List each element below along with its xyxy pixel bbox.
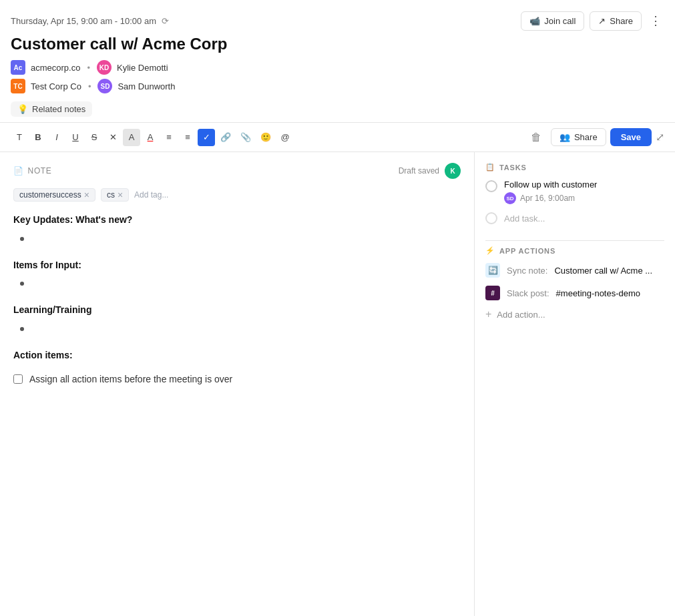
format-underline-button[interactable]: U <box>67 129 84 146</box>
action-item-checkbox[interactable] <box>13 374 23 384</box>
format-mention-button[interactable]: @ <box>276 129 294 146</box>
add-task-label: Add task... <box>504 214 545 224</box>
meeting-date: Thursday, Apr 15, 9:00 am - 10:00 am <box>11 16 156 26</box>
share-panel-icon: 👥 <box>559 132 570 142</box>
attendee-row: Ac acmecorp.co • KD Kylie Demotti <box>11 60 664 75</box>
lightbulb-icon: 💡 <box>17 104 28 114</box>
add-icon: + <box>485 308 491 320</box>
video-icon: 📹 <box>529 16 540 26</box>
draft-user-avatar: K <box>445 163 461 179</box>
slack-label: Slack post: <box>507 288 549 298</box>
format-text-button[interactable]: T <box>11 129 28 146</box>
slack-value: #meeting-notes-demo <box>556 288 640 298</box>
app-action-sync[interactable]: 🔄 Sync note: Customer call w/ Acme ... <box>485 263 664 278</box>
slack-icon: # <box>485 286 500 300</box>
format-highlight-button[interactable]: A <box>123 129 140 146</box>
note-label: 📄 NOTE <box>13 166 51 176</box>
org-avatar-testcorp: TC <box>11 79 25 93</box>
format-numbered-button[interactable]: ≡ <box>179 129 196 146</box>
add-task-circle <box>485 212 497 224</box>
expand-button[interactable]: ⤢ <box>656 131 664 143</box>
checkbox-item: Assign all action items before the meeti… <box>13 372 461 388</box>
add-action-button[interactable]: + Add action... <box>485 308 664 320</box>
org-avatar-acme: Ac <box>11 60 25 75</box>
app-action-slack[interactable]: # Slack post: #meeting-notes-demo <box>485 286 664 300</box>
task-name: Follow up with customer <box>504 180 664 190</box>
format-italic-button[interactable]: I <box>48 129 65 146</box>
tasks-section: 📋 TASKS Follow up with customer SD Apr 1… <box>485 163 664 224</box>
note-section-action-items: Action items: Assign all action items be… <box>13 348 461 388</box>
app-actions-section-title: ⚡ APP ACTIONS <box>485 246 664 255</box>
delete-button[interactable]: 🗑 <box>525 129 547 146</box>
related-notes-label: Related notes <box>32 104 85 114</box>
meeting-title: Customer call w/ Acme Corp <box>11 35 664 53</box>
note-section-learning-training: Learning/Training <box>13 302 461 337</box>
format-clear-button[interactable]: ✕ <box>104 129 122 146</box>
user-name-kylie: Kylie Demotti <box>117 63 168 73</box>
draft-saved-indicator: Draft saved K <box>399 163 461 179</box>
right-sidebar: 📋 TASKS Follow up with customer SD Apr 1… <box>475 152 675 616</box>
lightning-icon: ⚡ <box>485 246 495 255</box>
add-tag-button[interactable]: Add tag... <box>134 190 168 200</box>
note-editor: 📄 NOTE Draft saved K customersuccess × c… <box>0 152 475 616</box>
tag-customersuccess: customersuccess × <box>13 188 95 202</box>
tag-remove-cs[interactable]: × <box>118 190 123 200</box>
task-item: Follow up with customer SD Apr 16, 9:00a… <box>485 180 664 204</box>
add-action-label: Add action... <box>497 310 545 320</box>
section-title: Action items: <box>13 348 461 364</box>
editor-toolbar: T B I U S ✕ A A ≡ ≡ ✓ 🔗 📎 🙂 @ 🗑 👥 Share … <box>0 122 675 152</box>
note-section-items-for-input: Items for Input: <box>13 258 461 292</box>
bullet-dot <box>20 237 24 241</box>
tasks-icon: 📋 <box>485 163 495 172</box>
format-bold-button[interactable]: B <box>29 129 47 146</box>
format-bullet-button[interactable]: ≡ <box>160 129 178 146</box>
app-actions-section: ⚡ APP ACTIONS 🔄 Sync note: Customer call… <box>485 246 664 320</box>
share-panel-label: Share <box>574 132 598 142</box>
share-panel-button[interactable]: 👥 Share <box>551 128 606 146</box>
section-title: Key Updates: What's new? <box>13 212 461 228</box>
tags-row: customersuccess × cs × Add tag... <box>13 188 461 202</box>
share-button[interactable]: ↗ Share <box>590 11 642 31</box>
join-call-button[interactable]: 📹 Join call <box>521 11 584 31</box>
task-due: SD Apr 16, 9:00am <box>504 192 664 204</box>
refresh-icon[interactable]: ⟳ <box>162 16 169 26</box>
note-bullet <box>20 231 461 247</box>
format-attachment-button[interactable]: 📎 <box>236 129 255 146</box>
tasks-section-title: 📋 TASKS <box>485 163 664 172</box>
note-section-key-updates: Key Updates: What's new? <box>13 212 461 247</box>
save-button[interactable]: Save <box>610 128 652 146</box>
tag-remove-customersuccess[interactable]: × <box>84 190 89 200</box>
org-name-testcorp: Test Corp Co <box>31 81 81 91</box>
add-task-button[interactable]: Add task... <box>485 212 664 224</box>
task-due-date: Apr 16, 9:00am <box>520 194 575 203</box>
sync-icon: 🔄 <box>485 263 500 278</box>
format-strikethrough-button[interactable]: S <box>85 129 103 146</box>
user-avatar-sam: SD <box>97 79 112 93</box>
note-bullet <box>20 321 461 337</box>
format-emoji-button[interactable]: 🙂 <box>256 129 275 146</box>
format-checkbox-button[interactable]: ✓ <box>198 129 215 146</box>
bullet-dot <box>20 327 24 331</box>
tag-cs: cs × <box>101 188 129 202</box>
note-bullet <box>20 276 461 292</box>
sync-value: Customer call w/ Acme ... <box>554 266 652 276</box>
note-content[interactable]: Key Updates: What's new? Items for Input… <box>13 212 461 387</box>
section-title: Items for Input: <box>13 258 461 274</box>
format-link-button[interactable]: 🔗 <box>216 129 235 146</box>
checkbox-label: Assign all action items before the meeti… <box>29 372 232 388</box>
note-icon: 📄 <box>13 166 24 176</box>
share-icon: ↗ <box>598 16 606 26</box>
divider <box>485 240 664 241</box>
task-user-avatar: SD <box>504 192 516 204</box>
sync-label: Sync note: <box>507 266 547 276</box>
section-title: Learning/Training <box>13 302 461 318</box>
attendee-row: TC Test Corp Co • SD Sam Dunworth <box>11 79 664 93</box>
related-notes-button[interactable]: 💡 Related notes <box>11 101 92 117</box>
more-options-button[interactable]: ⋮ <box>647 11 664 31</box>
user-name-sam: Sam Dunworth <box>118 81 175 91</box>
bullet-dot <box>20 282 24 286</box>
format-color-button[interactable]: A <box>142 129 159 146</box>
user-avatar-kylie: KD <box>97 60 111 75</box>
task-checkbox[interactable] <box>485 180 497 192</box>
org-name-acme: acmecorp.co <box>31 63 80 73</box>
